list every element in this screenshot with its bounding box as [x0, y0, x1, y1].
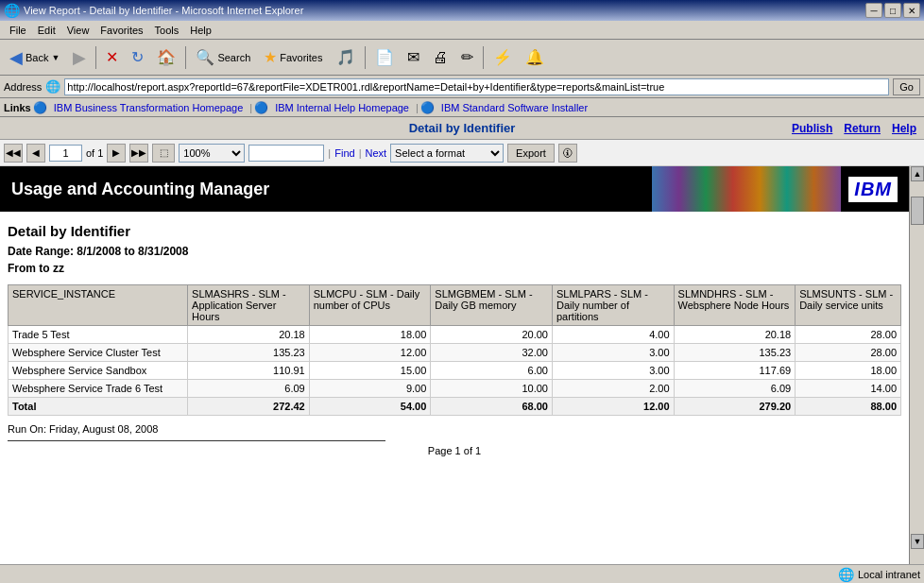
vertical-scrollbar[interactable]: ▲ ▼ [909, 166, 924, 564]
find-link[interactable]: Find [334, 147, 354, 159]
window-title: View Report - Detail by Identifier - Mic… [24, 5, 303, 16]
mail-button[interactable]: ✉ [402, 43, 425, 72]
minimize-button[interactable]: ─ [865, 3, 882, 18]
history-icon: 📄 [375, 48, 394, 66]
zoom-select[interactable]: 100% 50% 75% 125% 150% [179, 144, 245, 163]
next-page-button[interactable]: ▶ [107, 144, 126, 163]
col-header-slmsunts: SLMSUNTS - SLM - Daily service units [796, 285, 901, 326]
col-header-slmgbmem: SLMGBMEM - SLM - Daily GB memory [431, 285, 553, 326]
report-title-bar: Detail by Identifier Publish Return Help [0, 117, 924, 140]
cell-total-slmndhrs: 279.20 [674, 398, 796, 416]
cell-slmlpars: 2.00 [552, 380, 674, 398]
export-button[interactable]: Export [507, 144, 555, 163]
back-icon: ◀ [9, 47, 23, 68]
menu-favorites[interactable]: Favorites [94, 23, 148, 38]
close-button[interactable]: ✕ [903, 3, 920, 18]
last-page-button[interactable]: ▶▶ [129, 144, 148, 163]
edit-button[interactable]: ✏ [455, 43, 479, 72]
find-next-separator: | [359, 147, 362, 159]
cell-service: Websphere Service Sandbox [9, 362, 188, 380]
main-area: Detail by Identifier Publish Return Help… [0, 117, 924, 583]
publish-link[interactable]: Publish [792, 122, 832, 135]
cell-slmsunts: 18.00 [796, 362, 901, 380]
find-separator: | [328, 147, 331, 159]
favorites-label: Favorites [280, 52, 322, 63]
media-button[interactable]: 🎵 [331, 43, 361, 72]
toolbar-separator-4 [483, 46, 484, 69]
forward-button[interactable]: ▶ [67, 43, 92, 72]
mail-icon: ✉ [407, 48, 419, 66]
menu-bar: File Edit View Favorites Tools Help [0, 21, 924, 40]
col-header-slmlpars: SLMLPARS - SLM - Daily number of partiti… [552, 285, 674, 326]
cell-slmashrs: 110.91 [188, 362, 310, 380]
find-next-link[interactable]: Next [365, 147, 386, 159]
page-of-text: of 1 [86, 147, 103, 159]
help-link[interactable]: Help [892, 122, 916, 135]
zone-text: Local intranet [858, 569, 920, 580]
page-number-input[interactable] [49, 145, 82, 162]
cell-total-slmcpu: 54.00 [309, 398, 431, 416]
cell-slmndhrs: 6.09 [674, 380, 796, 398]
search-button[interactable]: 🔍 Search [190, 43, 256, 72]
scroll-thumb[interactable] [911, 197, 924, 225]
menu-view[interactable]: View [61, 23, 95, 38]
link-item-ibm-business[interactable]: 🔵 IBM Business Transformation Homepage [33, 100, 248, 115]
ibm-banner-right: IBM [652, 166, 898, 212]
back-button[interactable]: ◀ Back ▼ [4, 43, 65, 72]
address-input[interactable] [64, 78, 889, 95]
stop-button[interactable]: ✕ [100, 43, 124, 72]
scroll-down-button[interactable]: ▼ [911, 534, 924, 549]
home-button[interactable]: 🏠 [151, 43, 181, 72]
print-button[interactable]: 🖨 [427, 43, 453, 72]
ibm-banner-title: Usage and Accounting Manager [11, 180, 269, 199]
link-item-ibm-help[interactable]: 🔵 IBM Internal Help Homepage [254, 100, 414, 115]
refresh-icon: ↻ [131, 48, 144, 66]
cell-slmcpu: 15.00 [309, 362, 431, 380]
report-inner-area: Usage and Accounting Manager IBM Detail … [0, 166, 909, 568]
messenger-button[interactable]: 🔔 [520, 43, 550, 72]
info-button[interactable]: 🛈 [558, 144, 577, 163]
cell-slmndhrs: 20.18 [674, 326, 796, 344]
menu-tools[interactable]: Tools [149, 23, 185, 38]
menu-edit[interactable]: Edit [32, 23, 61, 38]
find-input[interactable] [248, 145, 324, 162]
cell-slmashrs: 20.18 [188, 326, 310, 344]
link-item-ibm-software[interactable]: 🔵 IBM Standard Software Installer [420, 100, 592, 115]
format-select[interactable]: Select a format PDF Excel Word [390, 144, 504, 163]
cell-total-slmlpars: 12.00 [552, 398, 674, 416]
refresh-button[interactable]: ↻ [126, 43, 149, 72]
messenger-icon: 🔔 [525, 48, 544, 66]
address-label: Address [4, 81, 42, 93]
cell-service: Trade 5 Test [9, 326, 188, 344]
report-table: SERVICE_INSTANCE SLMASHRS - SLM - Applic… [8, 284, 901, 416]
table-row: Websphere Service Trade 6 Test 6.09 9.00… [9, 380, 901, 398]
cell-slmlpars: 3.00 [552, 344, 674, 362]
menu-file[interactable]: File [4, 23, 32, 38]
maximize-button[interactable]: □ [884, 3, 901, 18]
media-icon: 🎵 [336, 48, 355, 66]
link-divider-2: | [416, 102, 419, 113]
cell-total-label: Total [9, 398, 188, 416]
nav-spacer-button[interactable]: ⬚ [152, 144, 175, 163]
col-header-slmcpu: SLMCPU - SLM - Daily number of CPUs [309, 285, 431, 326]
search-label: Search [217, 52, 250, 63]
first-page-button[interactable]: ◀◀ [4, 144, 23, 163]
bluetooth-button[interactable]: ⚡ [488, 43, 518, 72]
address-icon: 🌐 [45, 79, 60, 94]
window-controls: ─ □ ✕ [865, 3, 920, 18]
menu-help[interactable]: Help [184, 23, 217, 38]
report-date: Date Range: 8/1/2008 to 8/31/2008 [8, 245, 901, 258]
toolbar-separator-1 [95, 46, 96, 69]
return-link[interactable]: Return [844, 122, 881, 135]
prev-page-button[interactable]: ◀ [26, 144, 45, 163]
status-bar: 🌐 Local intranet [0, 564, 924, 583]
report-heading: Detail by Identifier [8, 223, 901, 239]
search-icon: 🔍 [196, 48, 214, 66]
cell-slmgbmem: 10.00 [431, 380, 553, 398]
favorites-button[interactable]: ★ Favorites [258, 43, 328, 72]
go-button[interactable]: Go [893, 78, 920, 95]
cell-slmashrs: 6.09 [188, 380, 310, 398]
scroll-up-button[interactable]: ▲ [911, 166, 924, 181]
history-button[interactable]: 📄 [369, 43, 400, 72]
ibm-color-bar [652, 166, 841, 212]
